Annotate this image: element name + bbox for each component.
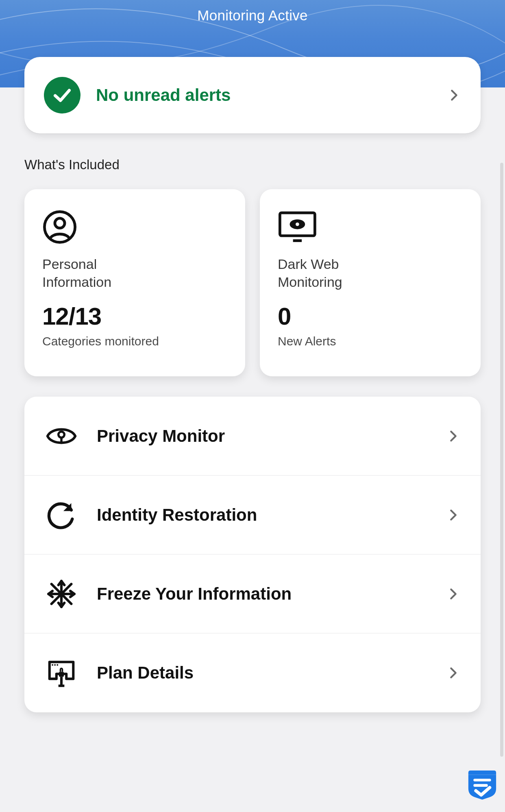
- chevron-right-icon: [446, 508, 460, 522]
- svg-point-6: [59, 432, 65, 438]
- personal-information-card[interactable]: Personal Information 12/13 Categories mo…: [24, 189, 245, 376]
- svg-rect-24: [59, 672, 64, 677]
- personal-card-label: Personal Information: [42, 255, 227, 291]
- identity-restoration-row[interactable]: Identity Restoration: [24, 476, 481, 554]
- refresh-icon: [45, 498, 78, 532]
- plan-details-row[interactable]: Plan Details: [24, 633, 481, 712]
- scrollbar[interactable]: [500, 163, 503, 757]
- chevron-right-icon: [446, 587, 460, 601]
- row-label: Identity Restoration: [97, 505, 446, 525]
- alerts-text: No unread alerts: [96, 85, 447, 105]
- row-label: Plan Details: [97, 663, 446, 683]
- svg-point-1: [55, 218, 65, 228]
- plan-icon: [45, 656, 78, 690]
- chevron-right-icon: [446, 429, 460, 443]
- personal-card-sublabel: Categories monitored: [42, 334, 227, 348]
- darkweb-card-value: 0: [278, 302, 463, 330]
- eye-key-icon: [45, 419, 78, 453]
- support-chat-button[interactable]: [465, 767, 499, 801]
- stat-cards-row: Personal Information 12/13 Categories mo…: [24, 189, 481, 376]
- row-label: Freeze Your Information: [97, 584, 446, 604]
- svg-point-8: [60, 441, 62, 443]
- alerts-card[interactable]: No unread alerts: [24, 57, 481, 133]
- features-list: Privacy Monitor Identity Restoration: [24, 397, 481, 712]
- snowflake-icon: [45, 577, 78, 611]
- svg-point-23: [57, 664, 58, 666]
- section-heading: What's Included: [24, 157, 120, 172]
- darkweb-card-label: Dark Web Monitoring: [278, 255, 463, 291]
- checkmark-badge-icon: [44, 77, 81, 114]
- svg-point-5: [296, 223, 299, 226]
- darkweb-card-sublabel: New Alerts: [278, 334, 463, 348]
- monitor-eye-icon: [278, 210, 463, 244]
- chevron-right-icon: [447, 88, 461, 102]
- freeze-information-row[interactable]: Freeze Your Information: [24, 554, 481, 633]
- personal-card-value: 12/13: [42, 302, 227, 330]
- privacy-monitor-row[interactable]: Privacy Monitor: [24, 397, 481, 476]
- chevron-right-icon: [446, 666, 460, 680]
- svg-point-21: [52, 664, 53, 666]
- person-circle-icon: [42, 210, 227, 244]
- svg-point-22: [54, 664, 56, 666]
- header-title: Monitoring Active: [0, 7, 505, 24]
- row-label: Privacy Monitor: [97, 426, 446, 446]
- dark-web-card[interactable]: Dark Web Monitoring 0 New Alerts: [260, 189, 481, 376]
